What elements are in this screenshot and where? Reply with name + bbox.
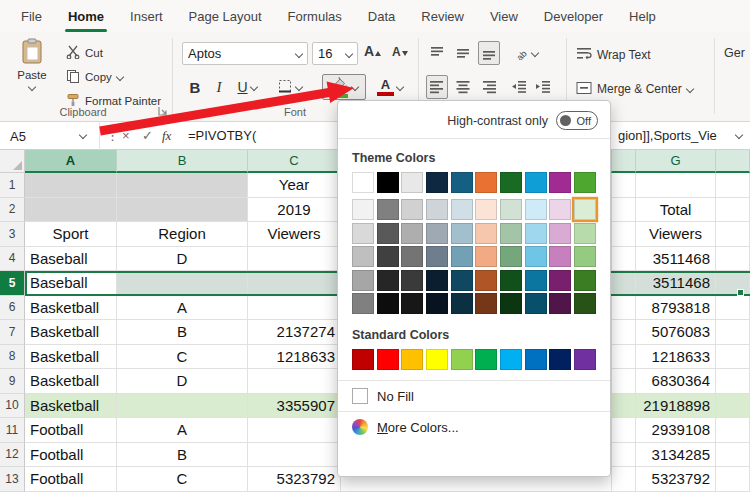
tab-formulas[interactable]: Formulas	[275, 0, 355, 32]
color-swatch-c680be[interactable]	[549, 246, 571, 267]
no-fill-option[interactable]: No Fill	[352, 381, 596, 411]
cell-c2[interactable]: 2019	[248, 198, 341, 223]
enter-icon[interactable]: ✓	[142, 128, 153, 143]
color-swatch-156082[interactable]	[451, 172, 473, 193]
fill-color-button[interactable]	[322, 74, 366, 100]
cell-f212[interactable]	[612, 443, 636, 468]
tab-help[interactable]: Help	[616, 0, 669, 32]
cell-b11[interactable]: A	[117, 418, 248, 443]
insert-function-icon[interactable]: fx	[162, 128, 171, 144]
cell-b9[interactable]: D	[117, 369, 248, 394]
color-swatch-501549[interactable]	[549, 293, 571, 314]
copy-button[interactable]: Copy	[66, 66, 123, 88]
color-swatch-a6a6a6[interactable]	[352, 270, 374, 291]
color-swatch-4ea72e[interactable]	[574, 172, 596, 193]
cell-h1[interactable]	[716, 173, 750, 198]
cell-b6[interactable]: A	[117, 296, 248, 321]
cell-a2[interactable]	[25, 198, 117, 223]
cell-h2[interactable]	[716, 198, 750, 223]
cell-b5[interactable]	[117, 271, 248, 296]
cell-h10[interactable]	[716, 394, 750, 419]
formula-text-right[interactable]: gion]],Sports_Vie	[618, 128, 717, 143]
color-swatch-9fd8ee[interactable]	[525, 223, 547, 244]
orientation-button[interactable]: ab	[508, 41, 542, 65]
align-top-button[interactable]	[426, 41, 448, 65]
color-swatch-92d050[interactable]	[451, 349, 473, 370]
color-swatch-f2f2f2[interactable]	[352, 199, 374, 220]
color-swatch-ecd5e9[interactable]	[549, 199, 571, 220]
color-swatch-bfbfbf[interactable]	[352, 246, 374, 267]
color-swatch-d0dfe6[interactable]	[451, 199, 473, 220]
cell-h12[interactable]	[716, 443, 750, 468]
high-contrast-toggle[interactable]: Off	[556, 111, 598, 130]
align-right-button[interactable]	[478, 75, 500, 99]
cell-a4[interactable]: Baseball	[25, 247, 117, 272]
cell-c4[interactable]	[248, 247, 341, 272]
tab-developer[interactable]: Developer	[531, 0, 616, 32]
align-center-button[interactable]	[452, 75, 474, 99]
name-box[interactable]: A5	[0, 122, 100, 150]
color-swatch-e97132[interactable]	[475, 172, 497, 193]
cell-f24[interactable]	[612, 247, 636, 272]
cell-g9[interactable]: 6830364	[636, 369, 716, 394]
color-swatch-c00000[interactable]	[352, 349, 374, 370]
cell-a12[interactable]: Football	[25, 443, 117, 468]
cell-a10[interactable]: Basketball	[25, 394, 117, 419]
col-header-h[interactable]	[716, 150, 750, 173]
cell-c11[interactable]	[248, 418, 341, 443]
cell-c3[interactable]: Viewers	[248, 222, 341, 247]
row-header-4[interactable]: 4	[0, 247, 25, 272]
cell-f22[interactable]	[612, 198, 636, 223]
tab-page-layout[interactable]: Page Layout	[176, 0, 275, 32]
tab-insert[interactable]: Insert	[117, 0, 176, 32]
color-swatch-d9d9d9[interactable]	[352, 223, 374, 244]
color-swatch-d1e1d3[interactable]	[500, 199, 522, 220]
number-format-combo[interactable]: Ger	[724, 46, 750, 60]
col-header-a[interactable]: A	[25, 150, 117, 173]
cell-b10[interactable]	[117, 394, 248, 419]
row-header-3[interactable]: 3	[0, 222, 25, 247]
color-swatch-fbe3d6[interactable]	[475, 199, 497, 220]
color-swatch-cfebf7[interactable]	[525, 199, 547, 220]
color-swatch-808080[interactable]	[352, 293, 374, 314]
cell-c5[interactable]	[248, 271, 341, 296]
align-left-button[interactable]	[426, 75, 448, 99]
color-swatch-12501b[interactable]	[500, 270, 522, 291]
wrap-text-button[interactable]: Wrap Text	[576, 44, 651, 66]
cell-a8[interactable]: Basketball	[25, 345, 117, 370]
clipboard-dialog-launcher[interactable]	[158, 106, 168, 118]
color-swatch-d9aad4[interactable]	[549, 223, 571, 244]
color-swatch-ff0000[interactable]	[377, 349, 399, 370]
cell-h13[interactable]	[716, 467, 750, 492]
cell-h5[interactable]	[716, 271, 750, 296]
cell-b12[interactable]: B	[117, 443, 248, 468]
cell-h7[interactable]	[716, 320, 750, 345]
cell-h8[interactable]	[716, 345, 750, 370]
color-swatch-000000[interactable]	[377, 172, 399, 193]
color-swatch-6e7e8d[interactable]	[426, 246, 448, 267]
color-swatch-a3c4a7[interactable]	[500, 223, 522, 244]
color-swatch-a02b93[interactable]	[549, 172, 571, 193]
row-header-9[interactable]: 9	[0, 369, 25, 394]
color-swatch-00b050[interactable]	[475, 349, 497, 370]
cell-f26[interactable]	[612, 296, 636, 321]
cell-c9[interactable]	[248, 369, 341, 394]
color-swatch-6fc5e6[interactable]	[525, 246, 547, 267]
cell-g13[interactable]: 5323792	[636, 467, 716, 492]
color-swatch-f6c6ad[interactable]	[475, 223, 497, 244]
cell-g3[interactable]: Viewers	[636, 222, 716, 247]
col-header-c[interactable]: C	[248, 150, 341, 173]
color-swatch-95ca81[interactable]	[574, 246, 596, 267]
color-swatch-ffff00[interactable]	[426, 349, 448, 370]
col-header-b[interactable]: B	[117, 150, 248, 173]
cell-f21[interactable]	[612, 173, 636, 198]
cell-g5[interactable]: 3511468	[636, 271, 716, 296]
color-swatch-00b0f0[interactable]	[500, 349, 522, 370]
cell-h11[interactable]	[716, 418, 750, 443]
cell-h3[interactable]	[716, 222, 750, 247]
row-header-13[interactable]: 13	[0, 467, 25, 492]
cell-c7[interactable]: 2137274	[248, 320, 341, 345]
cell-a6[interactable]: Basketball	[25, 296, 117, 321]
cell-b4[interactable]: D	[117, 247, 248, 272]
color-swatch-0b769f[interactable]	[525, 270, 547, 291]
